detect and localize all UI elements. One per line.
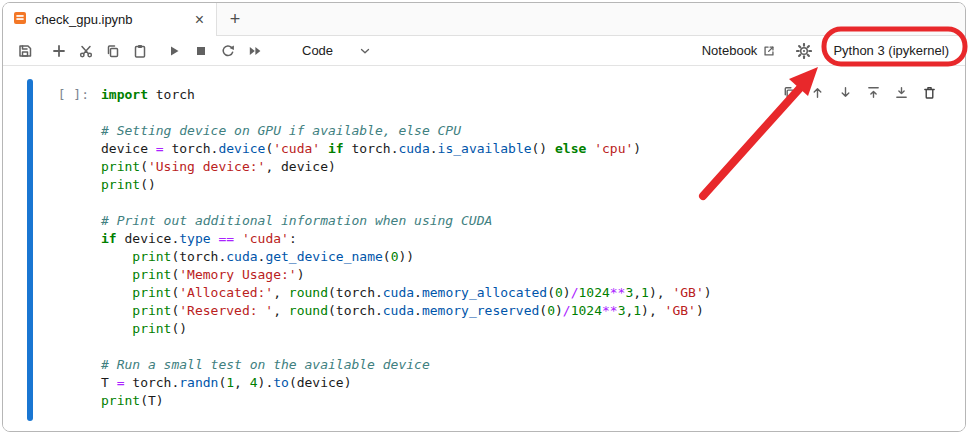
paste-cells-button[interactable] — [126, 38, 153, 64]
insert-cell-below-button[interactable] — [890, 81, 913, 104]
new-tab-button[interactable]: + — [217, 3, 253, 35]
run-cell-button[interactable] — [160, 38, 187, 64]
gear-icon — [796, 43, 812, 59]
plus-icon — [51, 43, 67, 59]
move-cell-down-button[interactable] — [834, 81, 857, 104]
cell-toolbar — [778, 81, 941, 104]
kernel-selector-button[interactable]: Python 3 (ipykernel) — [829, 41, 953, 60]
duplicate-cell-button[interactable] — [778, 81, 801, 104]
restart-run-all-button[interactable] — [241, 38, 268, 64]
cell-type-dropdown[interactable]: Code — [298, 39, 376, 63]
cell-prompt: [ ]: — [33, 79, 99, 421]
notebook-file-icon — [13, 11, 27, 29]
save-button[interactable] — [11, 38, 38, 64]
copy-icon — [105, 43, 121, 59]
trash-icon — [922, 85, 937, 100]
fast-forward-icon — [247, 43, 263, 59]
external-link-icon — [762, 44, 776, 58]
tab-close-icon[interactable]: × — [193, 12, 206, 28]
tab-title: check_gpu.ipynb — [35, 12, 185, 27]
settings-button[interactable] — [790, 38, 817, 64]
notebook-panel: [ ]: import torch # Setting device on GP… — [3, 66, 965, 432]
insert-below-icon — [894, 85, 909, 100]
notebook-view-button[interactable]: Notebook — [702, 43, 777, 58]
arrow-up-icon — [810, 85, 825, 100]
cell-type-value: Code — [302, 43, 333, 58]
restart-kernel-button[interactable] — [214, 38, 241, 64]
tab-check-gpu[interactable]: check_gpu.ipynb × — [3, 3, 217, 36]
code-editor[interactable]: import torch # Setting device on GPU if … — [99, 79, 955, 421]
duplicate-icon — [782, 85, 797, 100]
insert-cell-button[interactable] — [45, 38, 72, 64]
chevron-down-icon — [358, 44, 372, 58]
scissors-icon — [78, 43, 94, 59]
code-lines: import torch # Setting device on GPU if … — [101, 86, 955, 410]
insert-cell-above-button[interactable] — [862, 81, 885, 104]
stop-icon — [193, 43, 209, 59]
notebook-view-label: Notebook — [702, 43, 758, 58]
cut-cells-button[interactable] — [72, 38, 99, 64]
interrupt-kernel-button[interactable] — [187, 38, 214, 64]
clipboard-icon — [132, 43, 148, 59]
insert-above-icon — [866, 85, 881, 100]
save-icon — [17, 43, 33, 59]
toolbar-right-group: Notebook — [702, 38, 953, 64]
code-cell[interactable]: [ ]: import torch # Setting device on GP… — [27, 79, 955, 421]
tab-bar: check_gpu.ipynb × + — [3, 3, 965, 36]
delete-cell-button[interactable] — [918, 81, 941, 104]
jupyter-notebook-window: check_gpu.ipynb × + — [2, 2, 966, 432]
notebook-toolbar: Code Notebook — [3, 36, 965, 66]
restart-icon — [220, 43, 236, 59]
move-cell-up-button[interactable] — [806, 81, 829, 104]
arrow-down-icon — [838, 85, 853, 100]
copy-cells-button[interactable] — [99, 38, 126, 64]
run-icon — [166, 43, 182, 59]
